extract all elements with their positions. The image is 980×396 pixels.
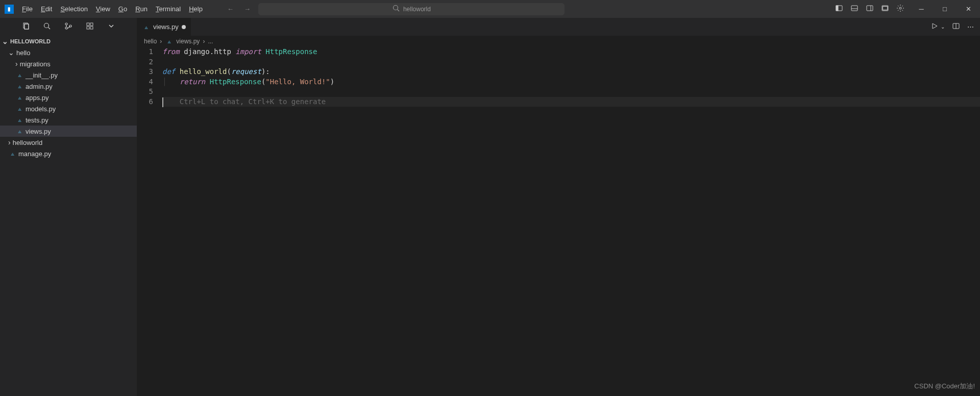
python-icon: ⟁ [15, 105, 23, 112]
close-button[interactable]: ✕ [957, 0, 980, 18]
tree-item-hello[interactable]: ⌄hello [0, 47, 137, 58]
svg-line-15 [48, 28, 51, 30]
svg-marker-23 [933, 23, 937, 29]
svg-rect-20 [87, 27, 89, 29]
chevron-down-icon[interactable] [107, 22, 115, 32]
tree-label: hello [16, 49, 30, 57]
python-icon: ⟁ [15, 83, 23, 90]
search-box[interactable]: helloworld [258, 3, 565, 15]
menu-terminal[interactable]: Terminal [152, 0, 185, 18]
svg-rect-9 [883, 7, 888, 10]
svg-point-14 [44, 23, 49, 28]
tab-views-py[interactable]: ⟁ views.py [137, 18, 191, 36]
svg-point-16 [65, 23, 67, 25]
menu-run[interactable]: Run [131, 0, 152, 18]
project-name: HELLOWORLD [10, 38, 51, 44]
run-dropdown-icon[interactable]: ⌄ [941, 24, 945, 30]
menu-bar: FileEditSelectionViewGoRunTerminalHelp [18, 0, 207, 18]
svg-rect-22 [90, 23, 93, 26]
python-icon: ⟁ [165, 38, 173, 45]
breadcrumb[interactable]: hello › ⟁ views.py › ... [137, 36, 980, 47]
breadcrumb-part[interactable]: hello [144, 38, 157, 45]
dirty-indicator-icon [182, 25, 186, 29]
tree-item-migrations[interactable]: ›migrations [0, 58, 137, 69]
menu-selection[interactable]: Selection [56, 0, 91, 18]
breadcrumb-part[interactable]: views.py [176, 38, 200, 45]
file-tree: ⌄hello›migrations⟁__init__.py⟁admin.py⟁a… [0, 47, 137, 159]
search-text: helloworld [403, 6, 431, 13]
tree-label: __init__.py [26, 71, 58, 79]
chevron-right-icon: › [203, 38, 205, 45]
minimize-button[interactable]: ─ [910, 0, 933, 18]
svg-rect-19 [87, 23, 89, 26]
extensions-icon[interactable] [86, 22, 94, 32]
code-editor[interactable]: 123456 from django.http import HttpRespo… [137, 47, 980, 107]
tree-label: models.py [26, 105, 56, 113]
tree-item-__init__-py[interactable]: ⟁__init__.py [0, 69, 137, 81]
layout-panel-icon[interactable] [881, 4, 889, 14]
sidebar: ⌄ HELLOWORLD ⌄hello›migrations⟁__init__.… [0, 18, 137, 396]
explorer-header[interactable]: ⌄ HELLOWORLD [0, 36, 137, 47]
search-icon [392, 4, 400, 14]
python-icon: ⟁ [15, 128, 23, 135]
tree-label: admin.py [26, 83, 53, 90]
python-icon: ⟁ [15, 94, 23, 101]
python-icon: ⟁ [8, 150, 16, 157]
chevron-right-icon: › [15, 60, 18, 68]
svg-rect-3 [836, 6, 838, 11]
tree-label: views.py [26, 128, 51, 135]
menu-view[interactable]: View [92, 0, 114, 18]
svg-point-18 [69, 25, 71, 27]
new-file-icon[interactable] [21, 22, 30, 32]
svg-point-17 [65, 27, 67, 29]
tree-item-helloworld[interactable]: ›helloworld [0, 137, 137, 148]
watermark: CSDN @Coder加油! [914, 382, 975, 391]
nav-forward-icon[interactable]: → [244, 5, 251, 13]
run-icon[interactable] [930, 22, 939, 32]
chevron-right-icon: › [8, 138, 11, 146]
menu-edit[interactable]: Edit [37, 0, 56, 18]
search-sidebar-icon[interactable] [43, 22, 51, 32]
editor-area: ⟁ views.py ⌄ ⋯ hello › ⟁ views.py › ... … [137, 18, 980, 396]
titlebar: ▮ FileEditSelectionViewGoRunTerminalHelp… [0, 0, 980, 18]
svg-rect-4 [851, 6, 857, 11]
svg-rect-6 [867, 6, 873, 11]
python-icon: ⟁ [142, 23, 150, 31]
more-icon[interactable]: ⋯ [967, 23, 974, 31]
source-control-icon[interactable] [64, 22, 72, 32]
tree-label: migrations [20, 60, 51, 68]
tree-item-apps-py[interactable]: ⟁apps.py [0, 92, 137, 103]
tab-filename: views.py [153, 23, 179, 31]
split-editor-icon[interactable] [952, 22, 960, 32]
chevron-down-icon: ⌄ [8, 48, 14, 57]
svg-point-0 [393, 6, 398, 10]
layout-bottom-icon[interactable] [850, 4, 859, 14]
tree-item-views-py[interactable]: ⟁views.py [0, 126, 137, 137]
python-icon: ⟁ [15, 71, 23, 79]
tree-label: tests.py [26, 116, 48, 124]
layout-left-icon[interactable] [835, 4, 843, 14]
svg-rect-12 [24, 24, 29, 29]
nav-back-icon[interactable]: ← [227, 5, 234, 13]
menu-file[interactable]: File [18, 0, 37, 18]
chevron-right-icon: › [160, 38, 162, 45]
svg-point-10 [899, 7, 901, 9]
maximize-button[interactable]: □ [933, 0, 957, 18]
tree-label: manage.py [18, 150, 51, 158]
chevron-down-icon: ⌄ [2, 37, 8, 45]
tree-item-tests-py[interactable]: ⟁tests.py [0, 114, 137, 126]
menu-help[interactable]: Help [185, 0, 207, 18]
tree-item-manage-py[interactable]: ⟁manage.py [0, 148, 137, 159]
tree-item-models-py[interactable]: ⟁models.py [0, 103, 137, 114]
tree-label: apps.py [26, 94, 49, 102]
python-icon: ⟁ [15, 116, 23, 123]
tree-item-admin-py[interactable]: ⟁admin.py [0, 81, 137, 92]
layout-right-icon[interactable] [866, 4, 874, 14]
menu-go[interactable]: Go [114, 0, 131, 18]
gear-icon[interactable] [896, 4, 904, 14]
svg-line-1 [397, 10, 399, 12]
tree-label: helloworld [13, 139, 43, 146]
breadcrumb-part[interactable]: ... [208, 38, 213, 45]
svg-rect-21 [90, 27, 93, 29]
app-icon: ▮ [0, 5, 18, 14]
